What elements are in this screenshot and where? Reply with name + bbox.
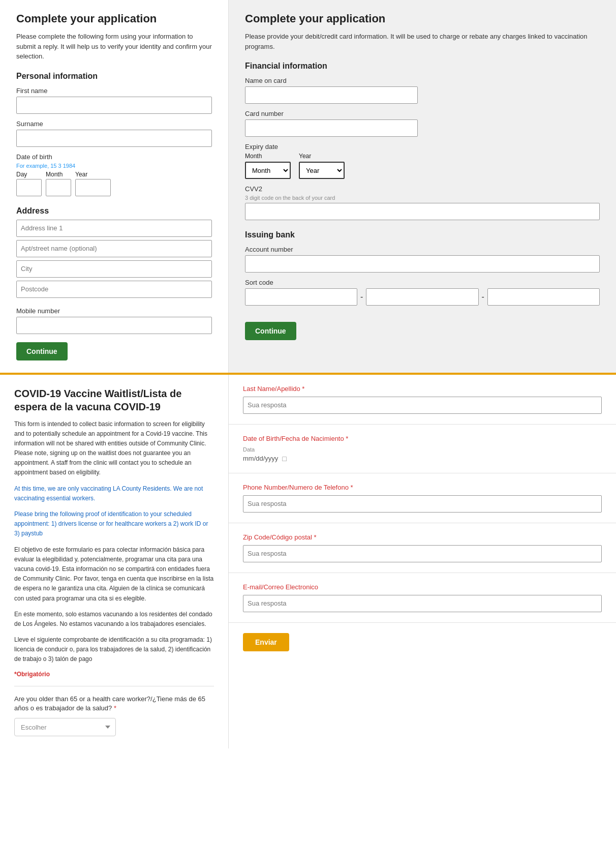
phone-input[interactable] <box>243 495 602 513</box>
dob-field-label: Date of Birth/Fecha de Nacimiento * <box>243 435 602 442</box>
covid-para4-es: El objetivo de este formulario es para c… <box>14 545 214 604</box>
covid-para2: At this time, we are only vaccinating LA… <box>14 484 214 503</box>
postcode-input[interactable] <box>16 281 212 298</box>
last-name-input[interactable] <box>243 397 602 414</box>
dob-month-input[interactable] <box>46 179 71 196</box>
right-form-description: Please provide your debit/credit card in… <box>245 32 600 51</box>
email-input[interactable] <box>243 595 602 612</box>
zip-field-label: Zip Code/Código postal * <box>243 533 602 541</box>
year-label: Year <box>299 153 345 160</box>
last-name-field-card: Last Name/Apellido * <box>229 375 616 425</box>
month-label: Month <box>245 153 291 160</box>
last-name-field-label: Last Name/Apellido * <box>243 385 602 393</box>
sort-code-2-input[interactable] <box>366 288 478 306</box>
address-section-title: Address <box>16 206 212 216</box>
question-required-star: * <box>114 704 116 712</box>
expiry-label: Expiry date <box>245 143 600 151</box>
zip-input[interactable] <box>243 545 602 562</box>
covid-para3: Please bring the following proof of iden… <box>14 509 214 539</box>
surname-input[interactable] <box>16 130 212 147</box>
first-name-label: First name <box>16 87 212 95</box>
year-select[interactable]: Year 202120222023 202420252026 20272028 <box>299 162 345 179</box>
phone-field-card: Phone Number/Numero de Telefono * <box>229 473 616 523</box>
account-number-label: Account number <box>245 246 600 253</box>
address-line2-input[interactable] <box>16 240 212 257</box>
dob-day-label: Day <box>16 171 27 178</box>
phone-field-label: Phone Number/Numero de Telefono * <box>243 484 602 491</box>
account-number-input[interactable] <box>245 255 600 273</box>
issuing-bank-title: Issuing bank <box>245 230 600 239</box>
mobile-label: Mobile number <box>16 307 212 315</box>
covid-para6-es: Lleve el siguiente comprobante de identi… <box>14 635 214 665</box>
dob-sublabel: Data <box>243 446 602 453</box>
cvv2-hint: 3 digit code on the back of your card <box>245 195 600 201</box>
left-form-description: Please complete the following form using… <box>16 32 212 62</box>
dob-month-label: Month <box>46 171 63 178</box>
card-number-input[interactable] <box>245 119 418 137</box>
zip-field-card: Zip Code/Código postal * <box>229 523 616 573</box>
right-form-title: Complete your application <box>245 12 600 25</box>
sort-sep-1: - <box>360 292 363 302</box>
question-dropdown[interactable]: Escolher Sim/Yes Não/No <box>14 718 116 736</box>
dob-hint: For example, 15 3 1984 <box>16 163 212 169</box>
covid-title: COVID-19 Vaccine Waitlist/Lista de esper… <box>14 387 214 413</box>
required-note: *Obrigatório <box>14 671 214 678</box>
name-on-card-label: Name on card <box>245 77 600 84</box>
mobile-input[interactable] <box>16 317 212 334</box>
covid-para1: This form is intended to collect basic i… <box>14 419 214 478</box>
dob-day-input[interactable] <box>16 179 42 196</box>
email-field-label: E-mail/Correo Electronico <box>243 583 602 591</box>
cvv2-input[interactable] <box>245 203 600 220</box>
dob-placeholder-text: mm/dd/yyyy <box>243 455 278 462</box>
question-label: Are you older than 65 or a health care w… <box>14 695 214 713</box>
covid-para5-es: En este momento, solo estamos vacunando … <box>14 610 214 629</box>
address-line1-input[interactable] <box>16 220 212 237</box>
left-continue-button[interactable]: Continue <box>16 342 68 360</box>
sort-code-1-input[interactable] <box>245 288 357 306</box>
financial-section-title: Financial information <box>245 62 600 71</box>
cvv2-label: CVV2 <box>245 185 600 193</box>
name-on-card-input[interactable] <box>245 86 418 104</box>
dob-field-card: Date of Birth/Fecha de Nacimiento * Data… <box>229 425 616 473</box>
right-continue-button[interactable]: Continue <box>245 322 296 340</box>
dob-label: Date of birth <box>16 153 212 161</box>
email-field-card: E-mail/Correo Electronico <box>229 573 616 623</box>
personal-section-title: Personal information <box>16 72 212 81</box>
card-number-label: Card number <box>245 110 600 117</box>
sort-code-3-input[interactable] <box>487 288 600 306</box>
sort-sep-2: - <box>482 292 484 302</box>
first-name-input[interactable] <box>16 97 212 114</box>
dob-year-label: Year <box>75 171 87 178</box>
city-input[interactable] <box>16 260 212 278</box>
surname-label: Surname <box>16 120 212 128</box>
calendar-icon: □ <box>282 455 286 463</box>
dob-year-input[interactable] <box>75 179 111 196</box>
enviar-button[interactable]: Enviar <box>243 633 289 651</box>
left-form-title: Complete your application <box>16 12 212 25</box>
month-select[interactable]: Month 010203 040506 070809 101112 <box>245 162 291 179</box>
sort-code-label: Sort code <box>245 279 600 286</box>
